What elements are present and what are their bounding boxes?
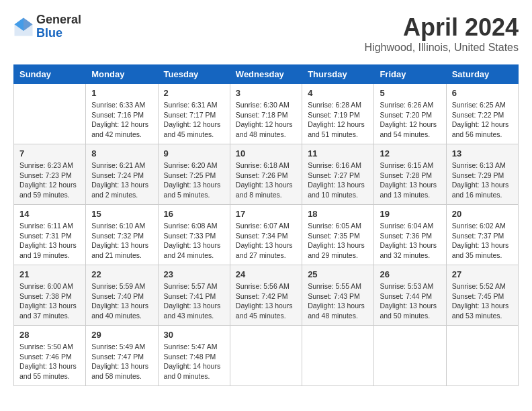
day-info: Sunrise: 5:56 AM Sunset: 7:42 PM Dayligh… xyxy=(236,281,296,321)
day-info: Sunrise: 5:47 AM Sunset: 7:48 PM Dayligh… xyxy=(164,342,224,381)
day-info: Sunrise: 6:13 AM Sunset: 7:29 PM Dayligh… xyxy=(452,161,513,200)
logo: General Blue xyxy=(13,13,81,40)
day-number: 13 xyxy=(452,148,513,158)
calendar-cell: 14Sunrise: 6:11 AM Sunset: 7:31 PM Dayli… xyxy=(14,205,86,265)
day-number: 29 xyxy=(91,330,152,340)
calendar-cell: 2Sunrise: 6:31 AM Sunset: 7:17 PM Daylig… xyxy=(158,84,230,144)
day-info: Sunrise: 6:30 AM Sunset: 7:18 PM Dayligh… xyxy=(236,100,296,140)
day-number: 18 xyxy=(308,209,368,219)
day-number: 19 xyxy=(380,209,440,219)
column-header-monday: Monday xyxy=(86,65,158,84)
calendar-cell: 23Sunrise: 5:57 AM Sunset: 7:41 PM Dayli… xyxy=(158,265,230,326)
calendar-week-row: 21Sunrise: 6:00 AM Sunset: 7:38 PM Dayli… xyxy=(14,265,519,326)
calendar-cell xyxy=(302,326,374,386)
column-header-sunday: Sunday xyxy=(14,65,86,84)
day-number: 15 xyxy=(91,209,152,219)
column-header-tuesday: Tuesday xyxy=(158,65,230,84)
day-number: 23 xyxy=(164,269,224,279)
day-info: Sunrise: 6:04 AM Sunset: 7:36 PM Dayligh… xyxy=(380,221,440,261)
calendar-cell: 3Sunrise: 6:30 AM Sunset: 7:18 PM Daylig… xyxy=(230,84,302,144)
day-number: 14 xyxy=(19,209,80,219)
calendar-week-row: 14Sunrise: 6:11 AM Sunset: 7:31 PM Dayli… xyxy=(14,205,519,265)
calendar-cell: 27Sunrise: 5:52 AM Sunset: 7:45 PM Dayli… xyxy=(446,265,518,326)
calendar-week-row: 7Sunrise: 6:23 AM Sunset: 7:23 PM Daylig… xyxy=(14,144,519,205)
day-info: Sunrise: 6:26 AM Sunset: 7:20 PM Dayligh… xyxy=(380,100,440,140)
day-info: Sunrise: 6:00 AM Sunset: 7:38 PM Dayligh… xyxy=(19,281,80,321)
day-info: Sunrise: 6:07 AM Sunset: 7:34 PM Dayligh… xyxy=(236,221,296,261)
calendar-cell: 25Sunrise: 5:55 AM Sunset: 7:43 PM Dayli… xyxy=(302,265,374,326)
calendar-cell: 24Sunrise: 5:56 AM Sunset: 7:42 PM Dayli… xyxy=(230,265,302,326)
day-info: Sunrise: 6:16 AM Sunset: 7:27 PM Dayligh… xyxy=(308,161,368,200)
day-number: 21 xyxy=(19,269,80,279)
logo-icon xyxy=(13,17,34,37)
day-info: Sunrise: 5:52 AM Sunset: 7:45 PM Dayligh… xyxy=(452,281,513,321)
calendar-cell: 20Sunrise: 6:02 AM Sunset: 7:37 PM Dayli… xyxy=(446,205,518,265)
calendar-table: SundayMondayTuesdayWednesdayThursdayFrid… xyxy=(13,64,519,386)
calendar-cell: 22Sunrise: 5:59 AM Sunset: 7:40 PM Dayli… xyxy=(86,265,158,326)
calendar-cell: 17Sunrise: 6:07 AM Sunset: 7:34 PM Dayli… xyxy=(230,205,302,265)
day-number: 20 xyxy=(452,209,513,219)
day-number: 27 xyxy=(452,269,513,279)
day-info: Sunrise: 6:11 AM Sunset: 7:31 PM Dayligh… xyxy=(19,221,80,261)
day-info: Sunrise: 6:05 AM Sunset: 7:35 PM Dayligh… xyxy=(308,221,368,261)
day-number: 5 xyxy=(380,88,440,98)
calendar-cell: 10Sunrise: 6:18 AM Sunset: 7:26 PM Dayli… xyxy=(230,144,302,205)
calendar-week-row: 1Sunrise: 6:33 AM Sunset: 7:16 PM Daylig… xyxy=(14,84,519,144)
day-info: Sunrise: 5:53 AM Sunset: 7:44 PM Dayligh… xyxy=(380,281,440,321)
day-number: 16 xyxy=(164,209,224,219)
location-title: Highwood, Illinois, United States xyxy=(365,42,519,54)
calendar-cell: 30Sunrise: 5:47 AM Sunset: 7:48 PM Dayli… xyxy=(158,326,230,386)
day-number: 24 xyxy=(236,269,296,279)
day-info: Sunrise: 6:23 AM Sunset: 7:23 PM Dayligh… xyxy=(19,161,80,200)
logo-text: General Blue xyxy=(36,13,81,40)
day-info: Sunrise: 6:33 AM Sunset: 7:16 PM Dayligh… xyxy=(91,100,152,140)
day-number: 22 xyxy=(91,269,152,279)
day-info: Sunrise: 6:18 AM Sunset: 7:26 PM Dayligh… xyxy=(236,161,296,200)
calendar-cell: 19Sunrise: 6:04 AM Sunset: 7:36 PM Dayli… xyxy=(374,205,446,265)
day-info: Sunrise: 5:49 AM Sunset: 7:47 PM Dayligh… xyxy=(91,342,152,381)
column-header-wednesday: Wednesday xyxy=(230,65,302,84)
day-number: 10 xyxy=(236,148,296,158)
calendar-cell xyxy=(374,326,446,386)
day-number: 9 xyxy=(164,148,224,158)
day-number: 17 xyxy=(236,209,296,219)
day-info: Sunrise: 6:28 AM Sunset: 7:19 PM Dayligh… xyxy=(308,100,368,140)
calendar-cell: 29Sunrise: 5:49 AM Sunset: 7:47 PM Dayli… xyxy=(86,326,158,386)
calendar-cell: 13Sunrise: 6:13 AM Sunset: 7:29 PM Dayli… xyxy=(446,144,518,205)
day-number: 8 xyxy=(91,148,152,158)
calendar-cell xyxy=(14,84,86,144)
day-number: 4 xyxy=(308,88,368,98)
day-number: 28 xyxy=(19,330,80,340)
calendar-cell: 16Sunrise: 6:08 AM Sunset: 7:33 PM Dayli… xyxy=(158,205,230,265)
day-info: Sunrise: 6:02 AM Sunset: 7:37 PM Dayligh… xyxy=(452,221,513,261)
day-info: Sunrise: 6:15 AM Sunset: 7:28 PM Dayligh… xyxy=(380,161,440,200)
day-number: 6 xyxy=(452,88,513,98)
column-header-thursday: Thursday xyxy=(302,65,374,84)
day-number: 12 xyxy=(380,148,440,158)
day-number: 26 xyxy=(380,269,440,279)
logo-general-text: General xyxy=(36,13,81,27)
day-info: Sunrise: 5:57 AM Sunset: 7:41 PM Dayligh… xyxy=(164,281,224,321)
day-info: Sunrise: 6:31 AM Sunset: 7:17 PM Dayligh… xyxy=(164,100,224,140)
day-info: Sunrise: 5:59 AM Sunset: 7:40 PM Dayligh… xyxy=(91,281,152,321)
day-info: Sunrise: 6:25 AM Sunset: 7:22 PM Dayligh… xyxy=(452,100,513,140)
day-info: Sunrise: 6:20 AM Sunset: 7:25 PM Dayligh… xyxy=(164,161,224,200)
calendar-cell: 18Sunrise: 6:05 AM Sunset: 7:35 PM Dayli… xyxy=(302,205,374,265)
day-info: Sunrise: 6:21 AM Sunset: 7:24 PM Dayligh… xyxy=(91,161,152,200)
column-header-friday: Friday xyxy=(374,65,446,84)
calendar-cell: 21Sunrise: 6:00 AM Sunset: 7:38 PM Dayli… xyxy=(14,265,86,326)
calendar-cell xyxy=(230,326,302,386)
day-info: Sunrise: 6:10 AM Sunset: 7:32 PM Dayligh… xyxy=(91,221,152,261)
calendar-cell: 7Sunrise: 6:23 AM Sunset: 7:23 PM Daylig… xyxy=(14,144,86,205)
day-number: 25 xyxy=(308,269,368,279)
day-info: Sunrise: 6:08 AM Sunset: 7:33 PM Dayligh… xyxy=(164,221,224,261)
day-number: 2 xyxy=(164,88,224,98)
calendar-cell: 6Sunrise: 6:25 AM Sunset: 7:22 PM Daylig… xyxy=(446,84,518,144)
calendar-cell: 11Sunrise: 6:16 AM Sunset: 7:27 PM Dayli… xyxy=(302,144,374,205)
calendar-cell: 28Sunrise: 5:50 AM Sunset: 7:46 PM Dayli… xyxy=(14,326,86,386)
day-number: 11 xyxy=(308,148,368,158)
logo-blue-text: Blue xyxy=(36,27,81,40)
calendar-cell: 15Sunrise: 6:10 AM Sunset: 7:32 PM Dayli… xyxy=(86,205,158,265)
calendar-cell: 4Sunrise: 6:28 AM Sunset: 7:19 PM Daylig… xyxy=(302,84,374,144)
column-header-saturday: Saturday xyxy=(446,65,518,84)
